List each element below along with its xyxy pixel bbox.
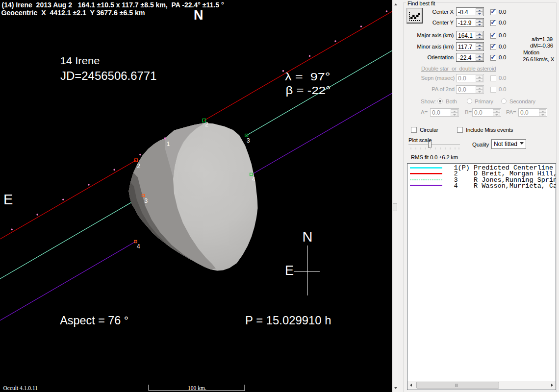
svg-text:Occult 4.1.0.11: Occult 4.1.0.11 <box>3 385 38 391</box>
svg-text:4: 4 <box>137 243 140 250</box>
svg-text:N: N <box>303 229 313 245</box>
svg-text:3: 3 <box>145 197 148 204</box>
svg-text:λ = 97°: λ = 97° <box>285 71 330 83</box>
svg-text:100 km.: 100 km. <box>188 384 206 392</box>
svg-text:2: 2 <box>205 121 208 128</box>
svg-text:1: 1 <box>167 141 170 147</box>
svg-text:E: E <box>285 263 294 278</box>
svg-text:P = 15.029910 h: P = 15.029910 h <box>245 314 331 327</box>
svg-text:Aspect = 76 °: Aspect = 76 ° <box>60 314 128 327</box>
svg-text:(14) Irene 2013 Aug 2 164.1: (14) Irene 2013 Aug 2 164.1 ±10.5 x 117.… <box>2 1 224 9</box>
svg-text:JD=2456506.6771: JD=2456506.6771 <box>60 69 157 82</box>
svg-text:4: 4 <box>252 176 255 183</box>
svg-text:Geocentric X 4412.1 ±2.1 Y: Geocentric X 4412.1 ±2.1 Y 3677.6 ±6.5 k… <box>1 9 145 17</box>
svg-text:β = -22°: β = -22° <box>286 84 331 97</box>
svg-text:2: 2 <box>137 163 141 170</box>
svg-text:3: 3 <box>247 137 250 144</box>
svg-text:14 Irene: 14 Irene <box>60 55 100 66</box>
svg-text:E: E <box>3 192 13 207</box>
svg-text:N: N <box>194 8 203 23</box>
